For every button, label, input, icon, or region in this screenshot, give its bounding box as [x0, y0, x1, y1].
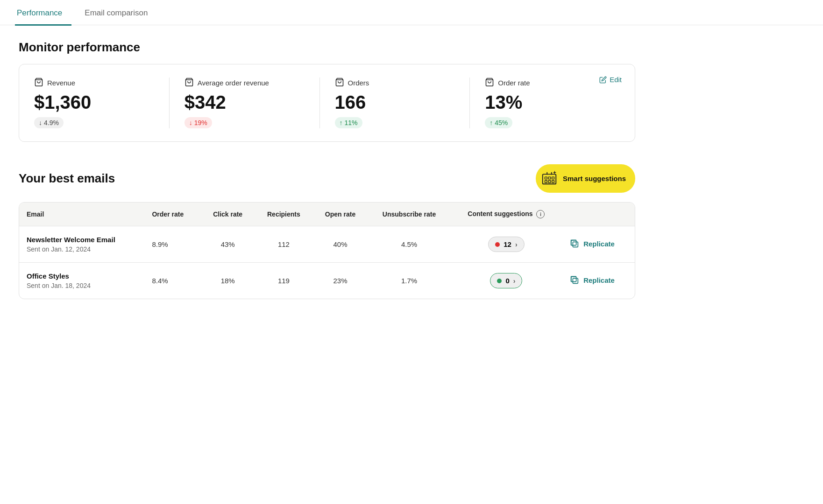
best-emails-title: Your best emails [19, 171, 115, 186]
content-suggestions-cell-2: 0 › [451, 263, 562, 299]
metric-avg-order-label: Average order revenue [198, 79, 269, 87]
suggestions-badge-2[interactable]: 0 › [490, 273, 522, 288]
tab-performance[interactable]: Performance [15, 1, 71, 26]
replicate-label-2: Replicate [583, 276, 615, 284]
col-recipients: Recipients [255, 203, 312, 226]
edit-label: Edit [610, 76, 622, 84]
click-rate-1: 43% [201, 226, 255, 263]
metrics-card: Revenue $1,360 ↓ 4.9% Average order reve… [19, 64, 635, 142]
recipients-1: 112 [255, 226, 312, 263]
replicate-label-1: Replicate [583, 240, 615, 248]
unsubscribe-rate-1: 4.5% [368, 226, 450, 263]
replicate-icon-2 [569, 275, 580, 285]
col-order-rate: Order rate [144, 203, 201, 226]
suggestions-count-1: 12 [504, 240, 511, 248]
arrow-up-icon-orders: ↑ [340, 119, 343, 126]
open-rate-2: 23% [313, 263, 368, 299]
cart-icon-order-rate [485, 77, 494, 88]
click-rate-2: 18% [201, 263, 255, 299]
tabs-bar: Performance Email comparison [0, 0, 823, 25]
monitor-title: Monitor performance [19, 40, 635, 55]
svg-rect-11 [573, 242, 578, 247]
table-row: Newsletter Welcome Email Sent on Jan. 12… [19, 226, 635, 263]
svg-rect-10 [552, 181, 554, 183]
metric-avg-order-label-row: Average order revenue [184, 77, 305, 88]
email-cell-2: Office Styles Sent on Jan. 18, 2024 [19, 263, 144, 299]
metric-avg-order-value: $342 [184, 92, 305, 112]
col-actions [562, 203, 635, 226]
table-header-row: Email Order rate Click rate Recipients O… [19, 203, 635, 226]
metric-order-rate-label-row: Order rate [485, 77, 605, 88]
metric-revenue-label-row: Revenue [34, 77, 154, 88]
order-rate-2: 8.4% [144, 263, 201, 299]
metric-order-rate-change: ↑ 45% [485, 117, 512, 128]
emails-table: Email Order rate Click rate Recipients O… [19, 203, 635, 299]
metric-avg-order-change: ↓ 19% [184, 117, 212, 128]
email-name-2: Office Styles [27, 272, 137, 280]
table-row: Office Styles Sent on Jan. 18, 2024 8.4%… [19, 263, 635, 299]
metric-revenue-change: ↓ 4.9% [34, 117, 64, 128]
email-cell-1: Newsletter Welcome Email Sent on Jan. 12… [19, 226, 144, 263]
svg-rect-14 [571, 277, 576, 282]
email-date-1: Sent on Jan. 12, 2024 [27, 245, 137, 253]
arrow-down-icon-avg: ↓ [189, 119, 192, 126]
metric-revenue: Revenue $1,360 ↓ 4.9% [34, 77, 169, 128]
chevron-right-icon-1: › [515, 241, 518, 248]
unsubscribe-rate-2: 1.7% [368, 263, 450, 299]
metric-order-rate: Order rate 13% ↑ 45% [469, 77, 620, 128]
metric-orders: Orders 166 ↑ 11% [319, 77, 470, 128]
col-unsubscribe-rate: Unsubscribe rate [368, 203, 450, 226]
replicate-button-1[interactable]: Replicate [569, 238, 615, 249]
suggestions-count-2: 0 [505, 277, 509, 285]
suggestions-dot-red-1 [495, 242, 500, 247]
cart-icon-revenue [34, 77, 43, 88]
content-suggestions-info-icon[interactable]: i [536, 210, 545, 218]
col-open-rate: Open rate [313, 203, 368, 226]
tab-email-comparison[interactable]: Email comparison [83, 1, 157, 26]
arrow-down-icon: ↓ [39, 119, 42, 126]
edit-button[interactable]: Edit [599, 76, 622, 84]
svg-rect-9 [548, 181, 551, 183]
recipients-2: 119 [255, 263, 312, 299]
metric-order-rate-value: 13% [485, 92, 605, 112]
open-rate-1: 40% [313, 226, 368, 263]
col-click-rate: Click rate [201, 203, 255, 226]
replicate-button-2[interactable]: Replicate [569, 275, 615, 285]
best-emails-header: Your best emails Smart suggestions [19, 164, 635, 193]
chevron-right-icon-2: › [513, 277, 516, 285]
edit-icon [599, 76, 607, 84]
metric-avg-order: Average order revenue $342 ↓ 19% [169, 77, 319, 128]
cart-icon-avg [184, 77, 194, 88]
svg-rect-12 [571, 240, 576, 245]
email-name-1: Newsletter Welcome Email [27, 236, 137, 244]
page-content: Monitor performance Revenue $1,360 ↓ 4.9… [0, 25, 654, 314]
suggestions-badge-1[interactable]: 12 › [488, 237, 524, 252]
replicate-cell-2: Replicate [562, 263, 635, 299]
suggestions-dot-green-2 [497, 279, 502, 283]
metric-order-rate-label: Order rate [498, 79, 530, 87]
svg-rect-7 [552, 177, 554, 179]
replicate-cell-1: Replicate [562, 226, 635, 263]
svg-rect-5 [545, 177, 547, 179]
order-rate-1: 8.9% [144, 226, 201, 263]
metric-orders-label: Orders [348, 79, 369, 87]
replicate-icon-1 [569, 238, 580, 249]
emails-table-container: Email Order rate Click rate Recipients O… [19, 202, 635, 299]
cart-icon-orders [335, 77, 344, 88]
arrow-up-icon-order-rate: ↑ [490, 119, 493, 126]
metric-revenue-label: Revenue [47, 79, 75, 87]
smart-suggestions-icon [540, 169, 558, 188]
smart-suggestions-label: Smart suggestions [563, 175, 626, 182]
col-content-suggestions: Content suggestions i [451, 203, 562, 226]
col-email: Email [19, 203, 144, 226]
smart-suggestions-button[interactable]: Smart suggestions [536, 164, 635, 193]
svg-rect-8 [545, 181, 547, 183]
content-suggestions-cell-1: 12 › [451, 226, 562, 263]
svg-rect-6 [548, 177, 551, 179]
email-date-2: Sent on Jan. 18, 2024 [27, 282, 137, 289]
metric-orders-label-row: Orders [335, 77, 455, 88]
svg-rect-13 [573, 279, 578, 284]
metric-orders-change: ↑ 11% [335, 117, 362, 128]
metric-orders-value: 166 [335, 92, 455, 112]
metric-revenue-value: $1,360 [34, 92, 154, 112]
